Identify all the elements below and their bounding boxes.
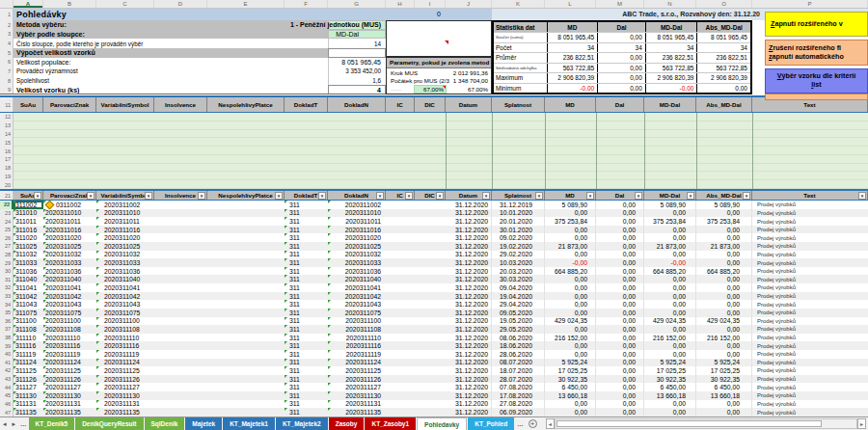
cell-nespolehlivyplatce[interactable] xyxy=(207,233,285,242)
cell-ic[interactable] xyxy=(386,209,415,218)
filter-dropdown-icon[interactable]: ▾ xyxy=(275,192,283,200)
cell-dal[interactable]: 0,00 xyxy=(596,275,644,283)
setup-row-spolehlivost[interactable]: 8 Spolehlivost 1,6 xyxy=(0,76,386,86)
cell-variabilnisymbol[interactable]: 2020311127 xyxy=(96,383,154,391)
cell-dokladn[interactable]: 2020311127 xyxy=(328,383,386,391)
empty-cells[interactable] xyxy=(14,172,868,180)
cell-text[interactable]: Prodej výrobků xyxy=(752,267,868,276)
cell-dal[interactable]: 0,00 xyxy=(596,391,644,400)
cell-insolvence[interactable] xyxy=(154,209,207,218)
cell-datum[interactable]: 31.12.2020 xyxy=(446,325,492,334)
empty-cells[interactable] xyxy=(14,180,868,189)
cell-dic[interactable] xyxy=(415,233,446,242)
cell-text[interactable]: Prodej výrobků xyxy=(752,375,868,384)
setup-row-vyznamnost[interactable]: 7 Prováděcí významnost 3 353 452,00 xyxy=(0,67,386,76)
cell-dokladt[interactable]: 311 xyxy=(285,383,328,391)
empty-cells[interactable] xyxy=(14,113,868,121)
cell-nespolehlivyplatce[interactable] xyxy=(207,317,285,326)
cell-parovaciznak[interactable]: 2020311010 xyxy=(43,209,96,218)
cell-splatnost[interactable]: 20.01.2020 xyxy=(492,217,545,226)
cell-md-dal[interactable]: 0,00 xyxy=(644,300,696,309)
cell-abs_md-dal[interactable]: 664 885,20 xyxy=(696,267,752,276)
cell-dal[interactable]: 0,00 xyxy=(596,258,644,267)
cell-datum[interactable]: 31.12.2020 xyxy=(446,201,492,209)
row-number-12[interactable]: 12 xyxy=(0,113,14,121)
cell-insolvence[interactable] xyxy=(154,341,207,350)
cell-text[interactable]: Prodej výrobků xyxy=(752,366,868,375)
row-number-32[interactable]: 32 xyxy=(0,283,14,292)
scroll-left-icon[interactable]: ◂ xyxy=(546,418,555,429)
cell-nespolehlivyplatce[interactable] xyxy=(207,359,285,367)
cell-md[interactable]: 0,00 xyxy=(545,325,596,334)
cell-splatnost[interactable]: 19.05.2020 xyxy=(492,317,545,326)
cell-md[interactable]: 13 660,18 xyxy=(545,391,596,400)
stat-value[interactable]: -0,00 xyxy=(547,84,598,94)
cell-abs_md-dal[interactable]: 0,00 xyxy=(696,341,752,350)
cell-nespolehlivyplatce[interactable] xyxy=(207,267,285,276)
cell-nespolehlivyplatce[interactable] xyxy=(207,283,285,292)
row-number-39[interactable]: 39 xyxy=(0,341,14,350)
cell-md-dal[interactable]: -0,00 xyxy=(644,258,696,267)
column-header-dokladn[interactable]: DokladN▾ xyxy=(328,191,386,200)
column-header-text[interactable]: Text▾ xyxy=(752,191,868,200)
cell-dokladn[interactable]: 2020311010 xyxy=(328,209,386,218)
row-number-28[interactable]: 28 xyxy=(0,251,14,259)
row-number-6[interactable]: 6 xyxy=(0,58,14,67)
stat-value[interactable]: 8 051 965,45 xyxy=(547,33,598,42)
cell-dal[interactable]: 0,00 xyxy=(596,383,644,391)
column-letter-N[interactable]: N xyxy=(644,0,696,8)
row-number-14[interactable]: 14 xyxy=(0,130,14,139)
column-header-splatnost[interactable]: Splatnost xyxy=(492,97,545,112)
cell-parovaciznak[interactable]: 2020311032 xyxy=(43,251,96,259)
cell-nespolehlivyplatce[interactable] xyxy=(207,334,285,342)
cell-insolvence[interactable] xyxy=(154,275,207,283)
cell-dokladn[interactable]: 2020311036 xyxy=(328,267,386,276)
stat-value[interactable]: 0,00 xyxy=(597,73,645,83)
cell-md[interactable]: 0,00 xyxy=(545,226,596,234)
cell-dokladt[interactable]: 311 xyxy=(285,292,328,301)
cell-parovaciznak[interactable]: 2020311124 xyxy=(43,359,96,367)
cell-ic[interactable] xyxy=(386,258,415,267)
column-letter-E[interactable]: E xyxy=(207,0,285,8)
cell-dokladt[interactable]: 311 xyxy=(285,283,328,292)
filter-dropdown-icon[interactable]: ▾ xyxy=(405,192,413,200)
cell-dal[interactable]: 0,00 xyxy=(596,366,644,375)
cell-nespolehlivyplatce[interactable] xyxy=(207,350,285,359)
cell-dokladt[interactable]: 311 xyxy=(285,251,328,259)
method-value[interactable]: 1 - Peněžní jednotkou (MUS) xyxy=(290,21,381,28)
cell-variabilnisymbol[interactable]: 2020311041 xyxy=(96,283,154,292)
column-header-datum[interactable]: Datum xyxy=(446,97,492,112)
cell-insolvence[interactable] xyxy=(154,300,207,309)
cell-md[interactable]: 0,00 xyxy=(545,292,596,301)
cell-datum[interactable]: 31.12.2020 xyxy=(446,267,492,276)
cell-ic[interactable] xyxy=(386,400,415,409)
cell-abs_md-dal[interactable]: 5 925,24 xyxy=(696,359,752,367)
cell-splatnost[interactable]: 10.03.2020 xyxy=(492,258,545,267)
cell-md[interactable]: 6 450,00 xyxy=(545,383,596,391)
param-row-krok[interactable]: Krok MUS 2 012 991,36 xyxy=(387,68,491,77)
cell-dokladt[interactable]: 311 xyxy=(285,217,328,226)
cell-insolvence[interactable] xyxy=(154,391,207,400)
cell-suau[interactable]: 311025 xyxy=(14,242,43,251)
row-number-23[interactable]: 23 xyxy=(0,209,14,218)
column-header-ic[interactable]: IC xyxy=(386,97,415,112)
cell-dal[interactable]: 0,00 xyxy=(596,300,644,309)
cell-md-dal[interactable]: 0,00 xyxy=(644,209,696,218)
cell-dokladn[interactable]: 2020311126 xyxy=(328,375,386,384)
cell-insolvence[interactable] xyxy=(154,325,207,334)
cell-dokladn[interactable]: 2020311032 xyxy=(328,251,386,259)
cell-h1-value[interactable]: 0 xyxy=(386,9,492,20)
cell-ic[interactable] xyxy=(386,217,415,226)
cell-dokladn[interactable]: 2020311124 xyxy=(328,359,386,367)
cell-ic[interactable] xyxy=(386,242,415,251)
filter-dropdown-icon[interactable]: ▾ xyxy=(535,192,543,200)
cell-ic[interactable] xyxy=(386,283,415,292)
cell-abs_md-dal[interactable]: 0,00 xyxy=(696,283,752,292)
cell-parovaciznak[interactable]: 2020311116 xyxy=(43,341,96,350)
cell-text[interactable]: Prodej výrobků xyxy=(752,217,868,226)
cell-dokladt[interactable]: 311 xyxy=(285,366,328,375)
column-letter-G[interactable]: G xyxy=(328,0,386,8)
cell-dic[interactable] xyxy=(415,400,446,409)
cell-nespolehlivyplatce[interactable] xyxy=(207,258,285,267)
row-number-16[interactable]: 16 xyxy=(0,147,14,155)
